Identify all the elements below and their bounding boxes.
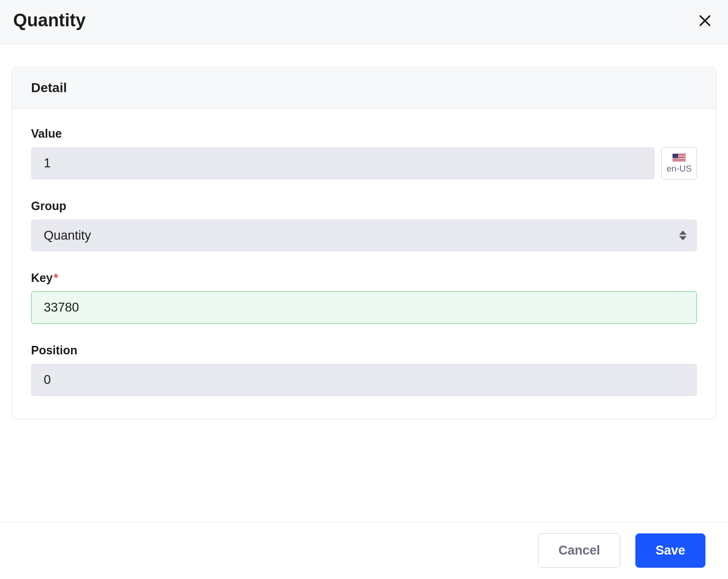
position-group: Position: [31, 344, 697, 396]
group-group: Group Quantity: [31, 199, 697, 251]
close-icon: [697, 13, 713, 29]
card-body: Value en-US: [12, 109, 716, 419]
key-input[interactable]: [31, 291, 697, 324]
detail-card: Detail Value: [12, 67, 716, 419]
us-flag-icon: [673, 154, 686, 162]
group-select[interactable]: Quantity: [31, 219, 697, 251]
cancel-button[interactable]: Cancel: [538, 533, 620, 568]
position-label: Position: [31, 344, 697, 357]
locale-text: en-US: [666, 164, 692, 174]
value-input[interactable]: [31, 147, 655, 180]
key-group: Key*: [31, 271, 697, 324]
svg-rect-5: [673, 161, 686, 162]
required-indicator: *: [54, 271, 58, 284]
locale-selector[interactable]: en-US: [661, 147, 697, 180]
key-label: Key*: [31, 271, 697, 285]
modal-header: Quantity: [0, 0, 728, 44]
card-title: Detail: [31, 80, 697, 95]
modal-footer: Cancel Save: [0, 522, 728, 579]
value-group: Value en-US: [31, 127, 697, 180]
modal-content: Detail Value: [0, 44, 728, 419]
position-input[interactable]: [31, 364, 697, 396]
svg-rect-4: [673, 160, 686, 161]
card-header: Detail: [12, 67, 716, 109]
group-label: Group: [31, 199, 697, 213]
svg-rect-6: [673, 154, 678, 158]
value-label: Value: [31, 127, 697, 141]
modal-title: Quantity: [13, 10, 86, 31]
save-button[interactable]: Save: [635, 533, 705, 568]
close-button[interactable]: [695, 11, 715, 31]
